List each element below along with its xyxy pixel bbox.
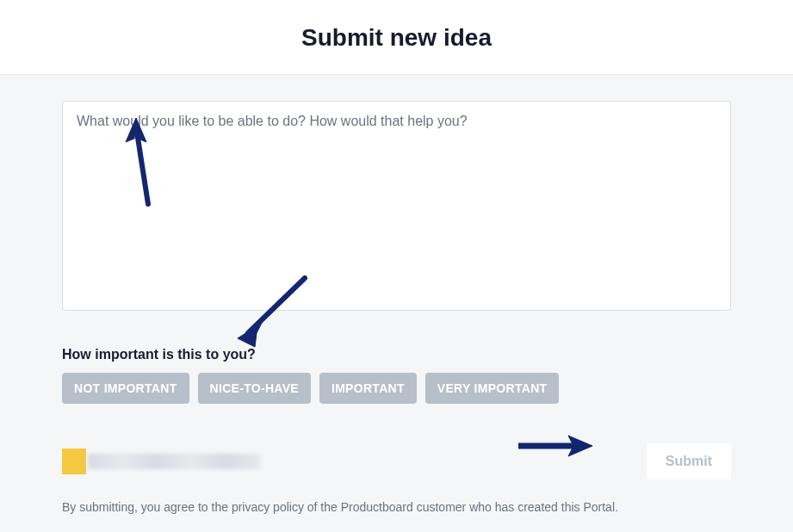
modal-header: Submit new idea xyxy=(0,0,793,75)
redacted-attribution xyxy=(62,448,260,474)
importance-very-important-button[interactable]: VERY IMPORTANT xyxy=(425,373,560,404)
submit-button[interactable]: Submit xyxy=(647,443,731,479)
redacted-text xyxy=(88,454,260,469)
importance-button-group: NOT IMPORTANT NICE-TO-HAVE IMPORTANT VER… xyxy=(62,373,731,404)
privacy-disclaimer: By submitting, you agree to the privacy … xyxy=(62,500,731,514)
svg-marker-4 xyxy=(238,333,257,347)
modal-title: Submit new idea xyxy=(0,24,793,52)
svg-marker-3 xyxy=(238,323,262,338)
footer-row: Submit xyxy=(62,443,731,479)
importance-label: How important is this to you? xyxy=(62,347,731,362)
redacted-icon xyxy=(62,448,86,474)
importance-nice-to-have-button[interactable]: NICE-TO-HAVE xyxy=(198,373,311,404)
importance-not-important-button[interactable]: NOT IMPORTANT xyxy=(62,373,189,404)
idea-description-input[interactable] xyxy=(62,101,731,311)
modal-content: How important is this to you? NOT IMPORT… xyxy=(0,75,793,532)
importance-important-button[interactable]: IMPORTANT xyxy=(319,373,417,404)
